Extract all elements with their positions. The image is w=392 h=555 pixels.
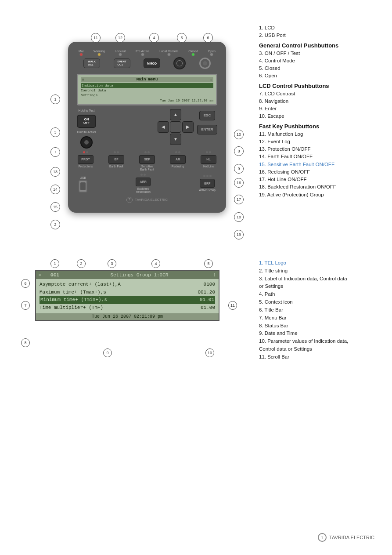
grp-button[interactable]: GRP: [200, 179, 215, 188]
lcd-detail-tel-icon: ≡: [39, 273, 41, 278]
lcd-detail-frame: ≡ OC1 Settings Group 1:OCR ↑ Asymptote c…: [35, 270, 219, 321]
callout-16: 16: [234, 178, 244, 188]
label-item-18: 18. Backfeed Restoration ON/OFF: [259, 183, 386, 191]
lcd-detail-datetime: Tue Jun 26 2007 02:21:09 pm: [92, 314, 163, 319]
usb-area: USB: [79, 176, 87, 192]
sef-button[interactable]: SEF: [139, 155, 155, 164]
lcd-icon: ≡: [82, 78, 84, 82]
lcd-label-10b: Control data or Settings: [259, 345, 386, 353]
label-item-5: 5. Closed: [259, 65, 386, 72]
led-open: [210, 53, 213, 56]
esc-button[interactable]: ESC: [199, 111, 215, 120]
tavrida-logo-icon: T: [126, 197, 133, 203]
lcd-row-2: Control data: [81, 88, 213, 93]
lcd-detail-statusbar: Tue Jun 26 2007 02:21:09 pm: [36, 313, 219, 320]
event-btn-group: EVENTOC1: [114, 58, 130, 68]
labels-panel-top: 1. LCD 2. USB Port General Control Pushb…: [259, 24, 386, 199]
indicator-label-open: Open: [208, 50, 216, 53]
section-title-1: General Control Pushbuttons: [259, 42, 386, 49]
indicator-label-local-remote: Local Remote: [159, 50, 178, 53]
ar-btn-group: AR Reclosing: [170, 151, 186, 171]
open-button[interactable]: [199, 58, 211, 69]
device-body: Mal Warning Lockout Pre Active Local Rem…: [68, 42, 226, 213]
prot-led-on: [83, 151, 85, 153]
onoff-btn-group: [173, 57, 186, 69]
arr-button[interactable]: ARR: [136, 178, 151, 186]
ef-btn-group: EF Earth Fault: [108, 151, 124, 171]
prot-btn-group: PROT Protections: [78, 151, 94, 171]
lcd-row2-value: 001.20: [198, 289, 215, 297]
lcd-label-3: 3. Label of Indication data, Control dat…: [259, 275, 386, 283]
lcd-detail-row-4: Time multiplier+ (Tm+) 01.00: [40, 304, 215, 312]
lcd-detail-body: Asymptote current+ (last+),A 0100 Maximu…: [36, 279, 219, 313]
lcd-label-1: 1. TEL Logo: [259, 259, 386, 267]
hold-to-test-label: Hold to Test: [79, 109, 95, 112]
lcd-detail-titlebar: ≡ OC1 Settings Group 1:OCR ↑: [36, 271, 219, 279]
lcd-row1-label: Asymptote current+ (last+),A: [40, 281, 121, 289]
lcd-detail-area: 1 2 3 4 5 6 7 8 9 10 11 ≡ OC1 Settings G…: [35, 270, 255, 321]
label-item-12: 12. Event Log: [259, 138, 386, 145]
callout-19: 19: [234, 230, 244, 239]
open-btn-group: [199, 58, 211, 69]
grp-btn-group: GRP Active Group: [199, 175, 216, 192]
nav-cluster: ▲ ◀ ▶ ▼: [158, 109, 194, 145]
led-pre-active: [141, 53, 144, 56]
ef-button[interactable]: EF: [108, 155, 124, 164]
callout-18: 18: [234, 212, 244, 222]
lcd-detail-row-3: Minimum time+ (Tmin+),s 01.01: [40, 296, 215, 304]
prot-led-off: [86, 151, 88, 153]
usb-port: [79, 180, 87, 192]
nav-left-button[interactable]: ◀: [158, 121, 169, 133]
sef-led-on: [144, 151, 147, 153]
on-off-test-button[interactable]: ONOFF: [77, 115, 96, 128]
onoff-button[interactable]: [173, 57, 186, 69]
lcd-row-3: Settings: [81, 93, 213, 98]
lcd-label-2: 2. Title string: [259, 267, 386, 275]
mmod-button[interactable]: MMOD: [144, 58, 160, 68]
ar-label: Reclosing: [172, 165, 184, 168]
led-mal: [79, 53, 83, 56]
label-item-7: 7. LCD Contrast: [259, 90, 386, 98]
lcd-row4-value: 01.00: [201, 304, 215, 312]
grp-led-3: [209, 175, 212, 177]
hl-button[interactable]: HL: [201, 155, 216, 164]
ar-button[interactable]: AR: [170, 155, 186, 164]
lcd-label-3b: or Settings: [259, 283, 386, 290]
labels-panel-bottom: 1. TEL Logo 2. Title string 3. Label of …: [259, 259, 386, 361]
callout-12: 12: [115, 33, 125, 43]
lcd-detail-name: OC1: [44, 272, 66, 278]
lcd-callout-2: 2: [77, 259, 86, 268]
hl-led-on: [206, 151, 208, 153]
label-item-13: 13. Protection ON/OFF: [259, 145, 386, 153]
enter-button[interactable]: ENTER: [197, 125, 217, 134]
led-lockout: [119, 53, 122, 56]
ef-led-on: [114, 151, 116, 153]
label-item-2: 2. USB Port: [259, 32, 386, 39]
callout-1: 1: [50, 94, 60, 104]
lcd-row-1: Indication data: [81, 83, 213, 88]
lcd-screen: ≡ Main menu ↕ Indication data Control da…: [77, 74, 217, 105]
callout-6: 6: [203, 33, 213, 43]
lcd-label-9: 9. Date and Time: [259, 330, 386, 337]
lcd-label-7: 7. Menu Bar: [259, 314, 386, 322]
lcd-contrast-button[interactable]: [80, 136, 93, 149]
nav-center-button[interactable]: [170, 121, 181, 133]
prot-button[interactable]: PROT: [78, 155, 94, 164]
lcd-detail-row-1: Asymptote current+ (last+),A 0100: [40, 281, 215, 289]
callout-14: 14: [50, 185, 60, 194]
lcd-label-11: 11. Scroll Bar: [259, 353, 386, 361]
nav-up-button[interactable]: ▲: [170, 109, 181, 120]
callout-9: 9: [234, 164, 244, 174]
label-item-9: 9. Enter: [259, 105, 386, 112]
label-item-10: 10. Escape: [259, 112, 386, 120]
nav-down-button[interactable]: ▼: [170, 134, 181, 145]
walk-button[interactable]: WALKOC1: [83, 58, 100, 68]
label-item-3: 3. ON / OFF / Test: [259, 50, 386, 57]
label-item-17: 17. Hot Line ON/OFF: [259, 176, 386, 183]
lcd-label-10: 10. Parameter values of Indication data,: [259, 337, 386, 345]
nav-right-button[interactable]: ▶: [182, 121, 194, 133]
sef-label: Sensitive Earth Fault: [140, 165, 154, 171]
event-button[interactable]: EVENTOC1: [114, 58, 130, 68]
sef-led-off: [147, 151, 150, 153]
ef-label: Earth Fault: [109, 165, 123, 168]
